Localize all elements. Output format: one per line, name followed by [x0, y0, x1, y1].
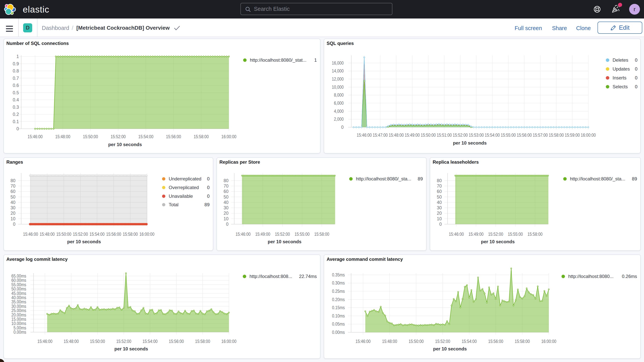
svg-text:89: 89: [418, 176, 423, 182]
svg-text:15:58:00: 15:58:00: [123, 232, 138, 237]
svg-text:15.00ms: 15.00ms: [12, 317, 26, 322]
svg-text:16:00:00: 16:00:00: [541, 339, 556, 344]
svg-text:15:50:00: 15:50:00: [90, 339, 105, 344]
svg-text:10: 10: [437, 216, 442, 221]
svg-text:0.9: 0.9: [13, 61, 19, 66]
svg-text:60: 60: [10, 189, 16, 194]
svg-text:15:52:00: 15:52:00: [116, 339, 131, 344]
svg-text:15:58:00: 15:58:00: [528, 232, 542, 237]
svg-text:per 10 seconds: per 10 seconds: [453, 140, 487, 146]
svg-text:15:56:00: 15:56:00: [106, 232, 121, 237]
svg-text:Updates: Updates: [612, 66, 630, 72]
svg-text:15:54:00: 15:54:00: [90, 232, 104, 237]
svg-text:80: 80: [437, 178, 442, 183]
svg-text:0: 0: [207, 176, 210, 182]
svg-text:70: 70: [437, 184, 442, 188]
svg-text:8,000: 8,000: [334, 92, 344, 98]
svg-text:50.00ms: 50.00ms: [12, 286, 26, 292]
svg-text:15:50:00: 15:50:00: [83, 134, 98, 139]
svg-text:20: 20: [224, 211, 228, 216]
svg-text:22.74ms: 22.74ms: [299, 274, 317, 279]
svg-text:10: 10: [10, 216, 16, 221]
svg-text:0: 0: [635, 66, 638, 72]
svg-text:5.00ms: 5.00ms: [14, 326, 26, 330]
svg-text:per 10 seconds: per 10 seconds: [268, 239, 302, 244]
svg-text:15:57:00: 15:57:00: [533, 132, 548, 138]
svg-text:2,000: 2,000: [334, 116, 344, 122]
svg-text:per 10 seconds: per 10 seconds: [433, 346, 467, 352]
svg-text:0.15ms: 0.15ms: [332, 305, 345, 310]
svg-text:0.25ms: 0.25ms: [332, 289, 345, 294]
svg-text:0.1: 0.1: [13, 119, 19, 124]
svg-text:10: 10: [224, 216, 228, 221]
svg-text:55.00ms: 55.00ms: [12, 282, 26, 287]
svg-text:40: 40: [224, 200, 228, 205]
svg-text:0.00ms: 0.00ms: [332, 330, 345, 335]
svg-text:0.6: 0.6: [13, 83, 19, 88]
svg-text:15:58:00: 15:58:00: [549, 132, 564, 138]
svg-text:15:49:00: 15:49:00: [468, 232, 484, 237]
svg-text:http://localhost:8080/_sta...: http://localhost:8080/_sta...: [570, 176, 625, 182]
svg-text:15:48:00: 15:48:00: [389, 132, 404, 138]
svg-text:40: 40: [10, 200, 16, 205]
svg-text:0.10ms: 0.10ms: [332, 314, 345, 318]
svg-text:0.30ms: 0.30ms: [332, 280, 345, 286]
svg-text:35.00ms: 35.00ms: [12, 299, 26, 304]
svg-text:0.2: 0.2: [13, 112, 19, 117]
svg-text:15:50:00: 15:50:00: [421, 132, 436, 138]
svg-text:45.00ms: 45.00ms: [12, 291, 26, 296]
svg-text:4,000: 4,000: [334, 109, 344, 114]
svg-text:60: 60: [437, 189, 442, 194]
svg-text:http://localhost:808...: http://localhost:808...: [250, 274, 292, 279]
svg-text:15:48:00: 15:48:00: [64, 339, 79, 344]
svg-text:0.20ms: 0.20ms: [332, 297, 345, 302]
svg-text:0: 0: [13, 222, 16, 227]
svg-text:15:46:00: 15:46:00: [357, 132, 372, 138]
svg-text:0.4: 0.4: [13, 97, 19, 102]
svg-text:16:00:00: 16:00:00: [221, 134, 236, 139]
svg-text:15:58:00: 15:58:00: [194, 134, 209, 139]
svg-text:Unavailable: Unavailable: [169, 194, 193, 199]
svg-text:30: 30: [437, 205, 442, 210]
svg-text:15:58:00: 15:58:00: [515, 339, 530, 344]
svg-text:0: 0: [341, 125, 344, 130]
svg-text:http://localhost:8080...: http://localhost:8080...: [568, 274, 614, 279]
svg-text:0: 0: [439, 222, 442, 227]
svg-text:12,000: 12,000: [332, 76, 344, 82]
svg-text:6,000: 6,000: [334, 100, 344, 106]
svg-text:15:49:00: 15:49:00: [255, 232, 270, 237]
svg-text:89: 89: [632, 176, 637, 182]
svg-text:20.00ms: 20.00ms: [12, 312, 26, 318]
svg-text:60: 60: [224, 189, 228, 194]
svg-text:0.00ms: 0.00ms: [14, 330, 26, 335]
svg-text:80: 80: [224, 178, 228, 183]
svg-text:Deletes: Deletes: [612, 58, 628, 63]
svg-text:15:46:00: 15:46:00: [356, 339, 370, 344]
svg-text:60.00ms: 60.00ms: [12, 278, 26, 283]
svg-text:15:54:00: 15:54:00: [138, 134, 153, 139]
svg-text:0: 0: [207, 185, 210, 190]
svg-text:15:48:00: 15:48:00: [55, 134, 70, 139]
svg-text:0: 0: [635, 84, 638, 89]
svg-text:10.00ms: 10.00ms: [12, 321, 26, 326]
svg-text:Total: Total: [169, 202, 178, 207]
svg-text:25.00ms: 25.00ms: [12, 308, 26, 313]
svg-text:Selects: Selects: [612, 84, 628, 89]
svg-text:15:56:00: 15:56:00: [517, 132, 532, 138]
svg-text:http://localhost:8080/_stat...: http://localhost:8080/_stat...: [250, 58, 306, 63]
svg-text:50: 50: [10, 194, 16, 200]
svg-text:30: 30: [10, 205, 16, 210]
svg-text:15:52:00: 15:52:00: [435, 339, 450, 344]
svg-text:15:54:00: 15:54:00: [485, 132, 500, 138]
svg-text:Overreplicated: Overreplicated: [169, 185, 199, 190]
svg-text:15:48:00: 15:48:00: [382, 339, 397, 344]
svg-text:per 10 seconds: per 10 seconds: [67, 239, 101, 244]
svg-text:15:56:00: 15:56:00: [169, 339, 184, 344]
svg-text:14,000: 14,000: [332, 68, 344, 74]
svg-text:15:58:00: 15:58:00: [195, 339, 210, 344]
svg-text:15:48:00: 15:48:00: [40, 232, 55, 237]
svg-text:15:55:00: 15:55:00: [294, 232, 310, 237]
svg-text:30.00ms: 30.00ms: [12, 304, 26, 309]
svg-text:per 10 seconds: per 10 seconds: [114, 346, 148, 352]
svg-text:0.5: 0.5: [13, 90, 19, 95]
